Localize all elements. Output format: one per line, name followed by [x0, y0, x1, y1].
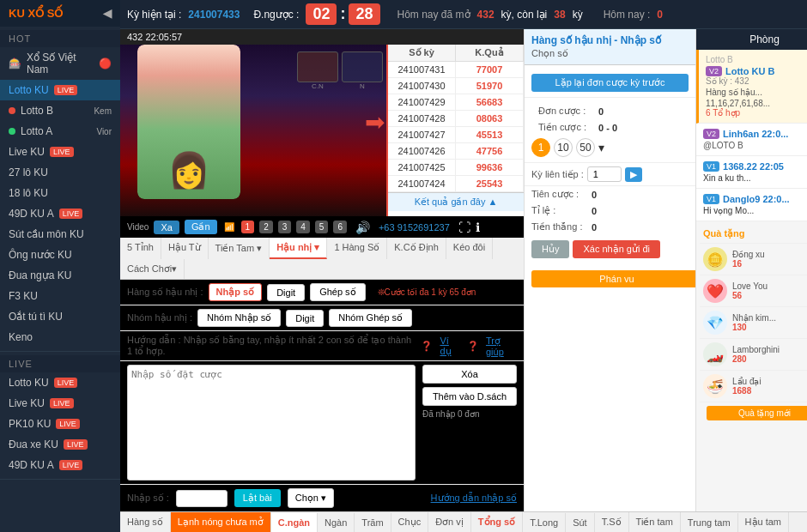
thumb-n[interactable]: N	[342, 51, 383, 90]
table-row: 241007429 56683	[388, 94, 524, 111]
add-list-btn[interactable]: Thêm vào D.sách	[422, 387, 517, 406]
bet-tab-5tinh[interactable]: 5 Tỉnh	[120, 238, 161, 259]
sidebar-item-18lo[interactable]: 18 lô KU	[0, 183, 120, 203]
bet-tab-kco-dinh[interactable]: K.Cố Định	[387, 238, 446, 259]
ky-lien-next-btn[interactable]: ▶	[625, 167, 642, 182]
bottom-tab-sut[interactable]: Sút	[566, 513, 595, 532]
video-num-1[interactable]: 1	[241, 221, 255, 233]
bottom-tab-tien-tam[interactable]: Tiền tam	[629, 512, 681, 532]
gift-icon-1: ❤️	[703, 279, 727, 303]
info-icon[interactable]: ℹ	[476, 221, 480, 234]
ball-10-label: 10	[557, 142, 568, 154]
results-footer-btn[interactable]: Kết quả gần đây ▲	[388, 192, 524, 211]
sidebar-item-dua-ngua[interactable]: Đua ngựa KU	[0, 265, 120, 286]
sidebar-live-live-ku[interactable]: Live KU LIVE	[0, 393, 120, 414]
nhom-digit-btn[interactable]: Digit	[286, 310, 324, 327]
delete-btn[interactable]: Xóa	[422, 365, 517, 384]
sidebar-live-dua-xe[interactable]: Đua xe KU LIVE	[0, 434, 120, 455]
lat-bai-btn[interactable]: Lật bài	[234, 489, 281, 507]
bet-tab-cach-choi[interactable]: Cách Chơi▾	[120, 259, 185, 279]
bet-textarea[interactable]	[127, 365, 416, 481]
chat-header-row-2: V1 1368.22 22:05	[703, 161, 807, 172]
video-num-3[interactable]: 3	[278, 221, 292, 233]
tro-giup-link[interactable]: Trợ giúp	[486, 336, 517, 357]
sidebar-live-49dkua[interactable]: 49D KU A LIVE	[0, 455, 120, 475]
bet-tab-hau-nhi[interactable]: Hậu nhị ▾	[270, 238, 327, 259]
bottom-tab-ngan[interactable]: Ngàn	[318, 513, 355, 532]
sidebar-item-lotto-ku[interactable]: Lotto KU LIVE	[0, 80, 120, 100]
chat-item-lotto-b[interactable]: Lotto B V2 Lotto KU B Số kỳ : 432 Hàng s…	[696, 50, 807, 124]
bottom-tab-hang-so[interactable]: Hàng số	[120, 512, 171, 532]
xac-nhan-btn[interactable]: Xác nhận gửi đi	[573, 240, 660, 258]
ball-10-btn[interactable]: 10	[554, 138, 573, 157]
bottom-tab-tram[interactable]: Trăm	[355, 513, 391, 532]
nhap-so-input[interactable]	[176, 490, 228, 507]
bottom-tab-trung-tam[interactable]: Trung tam	[681, 513, 738, 532]
phone-header: Phòng	[696, 29, 807, 50]
gift-btn[interactable]: Quà tặng mới	[707, 406, 807, 420]
bottom-tab-cngan[interactable]: C.ngàn	[271, 513, 318, 532]
ball-50-btn[interactable]: 50	[576, 138, 595, 157]
huy-btn[interactable]: Hủy	[531, 240, 569, 258]
vi-du-link[interactable]: Ví dụ	[440, 336, 459, 357]
chat-item-1368[interactable]: V1 1368.22 22:05 Xin a ku th...	[696, 156, 807, 189]
tien-thang-label: Tiền thắng :	[531, 221, 592, 233]
nhap-so-btn[interactable]: Nhập số	[209, 283, 263, 301]
sidebar-live-pk10[interactable]: PK10 KU LIVE	[0, 414, 120, 434]
ball-1-btn[interactable]: 1	[531, 138, 550, 157]
gift-val-2: 130	[732, 323, 776, 332]
bottom-tab-hau-tam[interactable]: Hậu tam	[738, 512, 789, 532]
volume-icon[interactable]: 🔊	[355, 221, 370, 234]
sidebar-item-f3[interactable]: F3 KU	[0, 286, 120, 306]
sidebar-item-keno[interactable]: Keno	[0, 327, 120, 348]
video-num-2[interactable]: 2	[259, 221, 273, 233]
sidebar-item-27lo[interactable]: 27 lô KU	[0, 162, 120, 183]
sidebar-item-sut-cau-mon[interactable]: Sút cầu môn KU	[0, 224, 120, 245]
chat-item-danglo[interactable]: V1 Danglo9 22:0... Hi vọng Mo...	[696, 189, 807, 221]
bottom-tab-lanh-nong[interactable]: Lạnh nóng chưa mở	[171, 512, 271, 532]
bottom-tab-chuc[interactable]: Chục	[391, 512, 429, 532]
ky-lien-input[interactable]	[587, 166, 622, 182]
sidebar-item-xo-so-viet-nam[interactable]: 🎰 Xổ Số Việt Nam 🔴	[0, 47, 120, 80]
nhom-nhap-so-btn[interactable]: Nhóm Nhập số	[197, 309, 281, 327]
chat-header-row-3: V1 Danglo9 22:0...	[703, 194, 807, 204]
lap-lai-btn[interactable]: Lặp lại đơn cược kỳ trước	[531, 74, 689, 92]
video-xa-btn[interactable]: Xa	[154, 221, 179, 234]
bottom-tab-tlong[interactable]: T.Long	[523, 513, 566, 532]
video-num-4[interactable]: 4	[296, 221, 310, 233]
thumb-cn[interactable]: C.N	[297, 51, 338, 90]
sidebar-item-lotto-b[interactable]: Lotto B Kem	[0, 100, 120, 121]
bottom-tab-don-vi-label: Đơn vị	[435, 517, 464, 527]
bet-tab-tien-tam[interactable]: Tiền Tam ▾	[209, 238, 270, 259]
bet-tab-1hang-so[interactable]: 1 Hàng Số	[327, 238, 387, 259]
sidebar-item-lotto-a[interactable]: Lotto A Vior	[0, 121, 120, 142]
video-num-6[interactable]: 6	[333, 221, 347, 233]
chat-item-linh[interactable]: V2 Linh6an 22:0... @LOTO B	[696, 124, 807, 156]
sidebar-item-49dkua[interactable]: 49D KU A LIVE	[0, 203, 120, 224]
fullscreen-icon[interactable]: ⛶	[458, 221, 470, 234]
sidebar-item-ong-nuoc[interactable]: Ông nước KU	[0, 245, 120, 265]
nhom-ghep-so-btn[interactable]: Nhóm Ghép số	[329, 309, 412, 327]
sidebar-item-live-ku[interactable]: Live KU LIVE	[0, 142, 120, 162]
chevron-down-icon-2[interactable]: ▾	[598, 141, 604, 154]
sidebar-collapse-btn[interactable]: ◀	[103, 7, 112, 20]
ghep-so-btn[interactable]: Ghép số	[310, 283, 365, 301]
guide-text: Hướng dẫn : Nhập số bằng tay, nhập ít nh…	[127, 335, 414, 357]
hom-nay2-val: 0	[657, 9, 663, 21]
huong-dan-link[interactable]: Hướng dẫn nhập số	[431, 493, 517, 504]
bottom-tab-tso[interactable]: T.Số	[595, 512, 629, 532]
hom-nay2-label: Hôm nay :	[604, 9, 651, 21]
bottom-tab-tong-so[interactable]: Tổng số	[471, 512, 523, 532]
ky-hien-tai-label: Kỳ hiện tại :	[127, 9, 181, 21]
sidebar-live-lotto-ku[interactable]: Lotto KU LIVE	[0, 372, 120, 393]
bottom-tab-don-vi[interactable]: Đơn vị	[428, 512, 471, 532]
video-num-5[interactable]: 5	[315, 221, 329, 233]
phan-vu-btn[interactable]: Phán vu	[531, 270, 695, 287]
chon-btn[interactable]: Chọn ▾	[288, 488, 334, 508]
bet-tab-hau-tu[interactable]: Hậu Từ	[161, 238, 209, 259]
video-gan-btn[interactable]: Gần	[185, 220, 217, 234]
chat-name-row: Lotto B	[706, 55, 807, 64]
bet-tab-keo-doi[interactable]: Kéo đôi	[446, 238, 493, 259]
digit-btn[interactable]: Digit	[267, 284, 305, 301]
sidebar-item-oat-tu-ti[interactable]: Oắt tú tì KU	[0, 306, 120, 327]
